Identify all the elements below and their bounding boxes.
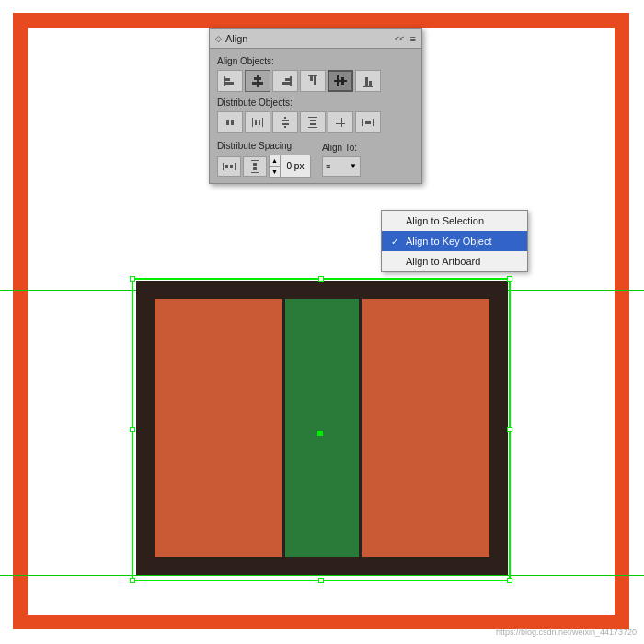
svg-rect-5 bbox=[252, 82, 263, 85]
svg-rect-43 bbox=[225, 165, 228, 168]
svg-rect-44 bbox=[230, 165, 233, 168]
svg-rect-32 bbox=[310, 120, 316, 121]
svg-rect-22 bbox=[252, 118, 253, 127]
spacing-align-row: Distribute Spacing: ▲ ▼ bbox=[217, 139, 414, 178]
align-objects-row bbox=[217, 70, 414, 92]
svg-rect-36 bbox=[336, 121, 345, 121]
align-panel: ◇ Align << ≡ Align Objects: bbox=[209, 28, 422, 184]
checkmark-key-object: ✓ bbox=[391, 236, 402, 247]
dist-left-button[interactable] bbox=[217, 111, 243, 133]
svg-rect-25 bbox=[259, 120, 260, 125]
distribute-objects-row bbox=[217, 111, 414, 133]
spacing-vert-button[interactable] bbox=[243, 156, 267, 177]
svg-rect-47 bbox=[253, 163, 257, 166]
align-objects-label: Align Objects: bbox=[217, 56, 414, 66]
distribute-objects-label: Distribute Objects: bbox=[217, 98, 414, 108]
align-to-label-text: Align To: bbox=[322, 143, 361, 153]
svg-rect-16 bbox=[365, 77, 368, 86]
svg-rect-9 bbox=[308, 75, 317, 76]
svg-rect-35 bbox=[341, 118, 342, 127]
dropdown-chevron: ▼ bbox=[350, 162, 357, 170]
svg-rect-12 bbox=[334, 80, 347, 82]
stepper-down[interactable]: ▼ bbox=[270, 167, 280, 177]
svg-rect-37 bbox=[336, 123, 345, 124]
svg-rect-40 bbox=[365, 121, 371, 124]
svg-rect-38 bbox=[362, 119, 363, 126]
align-artboard-label: Align to Artboard bbox=[406, 256, 480, 267]
svg-rect-31 bbox=[308, 127, 317, 128]
align-center-h-button[interactable] bbox=[245, 70, 270, 92]
panel-controls: << ≡ bbox=[395, 33, 416, 44]
dropdown-item-align-artboard[interactable]: Align to Artboard bbox=[382, 251, 527, 271]
svg-rect-18 bbox=[224, 118, 224, 127]
svg-rect-27 bbox=[284, 126, 286, 128]
panel-right bbox=[362, 299, 489, 557]
dist-center-h-button[interactable] bbox=[245, 111, 270, 133]
panel-titlebar: ◇ Align << ≡ bbox=[210, 29, 421, 49]
align-to-dropdown-menu: Align to Selection ✓ Align to Key Object… bbox=[381, 210, 528, 272]
dist-right-button[interactable] bbox=[272, 111, 298, 133]
spacing-input[interactable] bbox=[281, 156, 310, 177]
panel-body: Align Objects: bbox=[210, 49, 421, 183]
panel-left bbox=[155, 299, 282, 557]
spacing-stepper[interactable]: ▲ ▼ bbox=[270, 155, 281, 177]
svg-rect-17 bbox=[369, 81, 372, 86]
panel-center bbox=[285, 299, 359, 557]
svg-rect-3 bbox=[257, 75, 259, 87]
svg-rect-46 bbox=[251, 172, 259, 173]
svg-rect-15 bbox=[363, 86, 373, 87]
handle-ml bbox=[130, 427, 135, 432]
panel-diamond-icon: ◇ bbox=[215, 34, 222, 43]
distribute-spacing-label: Distribute Spacing: bbox=[217, 141, 311, 151]
svg-rect-21 bbox=[231, 120, 234, 125]
svg-rect-14 bbox=[341, 77, 344, 85]
handle-bl bbox=[130, 578, 135, 583]
panel-title-text: Align bbox=[225, 33, 247, 44]
panel-collapse-button[interactable]: << bbox=[395, 34, 405, 43]
align-right-button[interactable] bbox=[272, 70, 298, 92]
svg-rect-45 bbox=[251, 160, 259, 161]
watermark: https://blog.csdn.net/weixin_44173720 bbox=[496, 627, 637, 637]
align-center-v-button[interactable] bbox=[328, 70, 353, 92]
stepper-up[interactable]: ▲ bbox=[270, 155, 280, 167]
svg-rect-11 bbox=[314, 76, 316, 85]
svg-rect-20 bbox=[226, 120, 229, 125]
align-key-object-label: Align to Key Object bbox=[406, 236, 492, 247]
align-selection-label: Align to Selection bbox=[406, 215, 484, 226]
svg-rect-1 bbox=[225, 78, 230, 81]
dist-center-v-button[interactable] bbox=[328, 111, 353, 133]
svg-rect-42 bbox=[235, 163, 236, 170]
svg-rect-8 bbox=[282, 82, 290, 85]
align-to-dropdown[interactable]: ≡ ▼ bbox=[322, 156, 361, 177]
align-bottom-button[interactable] bbox=[355, 70, 381, 92]
dist-top-button[interactable] bbox=[300, 111, 326, 133]
panel-menu-button[interactable]: ≡ bbox=[410, 33, 416, 44]
distribute-spacing-section: Distribute Spacing: ▲ ▼ bbox=[217, 139, 311, 178]
handle-tl bbox=[130, 276, 135, 282]
artwork-container bbox=[136, 281, 508, 575]
align-to-icon: ≡ bbox=[326, 162, 330, 171]
svg-rect-28 bbox=[282, 120, 289, 121]
svg-rect-29 bbox=[282, 123, 289, 125]
canvas-area: ◇ Align << ≡ Align Objects: bbox=[0, 0, 644, 644]
svg-rect-30 bbox=[308, 117, 317, 118]
guide-line-bottom bbox=[0, 575, 644, 576]
svg-rect-13 bbox=[337, 75, 339, 86]
svg-rect-10 bbox=[310, 76, 313, 81]
handle-bc bbox=[318, 578, 324, 583]
svg-rect-4 bbox=[254, 77, 261, 80]
dropdown-item-align-selection[interactable]: Align to Selection bbox=[382, 211, 527, 231]
svg-rect-7 bbox=[285, 78, 290, 81]
align-left-button[interactable] bbox=[217, 70, 243, 92]
svg-rect-19 bbox=[236, 118, 236, 127]
handle-br bbox=[507, 578, 512, 583]
panel-title-area: ◇ Align bbox=[215, 33, 247, 44]
spacing-horiz-button[interactable] bbox=[217, 156, 241, 177]
dropdown-item-align-key-object[interactable]: ✓ Align to Key Object bbox=[382, 231, 527, 251]
dist-bottom-button[interactable] bbox=[355, 111, 381, 133]
svg-rect-24 bbox=[255, 120, 257, 125]
svg-rect-33 bbox=[310, 123, 316, 125]
align-to-section: Align To: ≡ ▼ bbox=[322, 141, 361, 177]
align-top-button[interactable] bbox=[300, 70, 326, 92]
svg-rect-0 bbox=[224, 76, 225, 86]
